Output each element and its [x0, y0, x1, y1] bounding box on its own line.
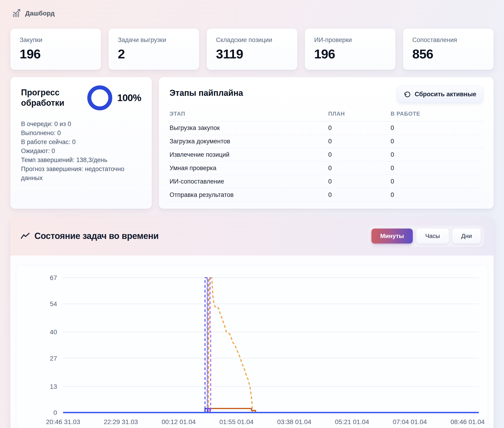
in-work-cell: 0: [391, 191, 483, 198]
rotate-ccw-icon: [404, 91, 411, 98]
reset-active-label: Сбросить активные: [415, 91, 476, 98]
progress-stat-line: В очереди: 0 из 0: [21, 120, 141, 129]
svg-text:40: 40: [50, 329, 57, 336]
stat-card: Задачи выгрузки 2: [109, 29, 199, 70]
svg-text:20:46 31.03: 20:46 31.03: [46, 418, 80, 426]
progress-stat-line: Выполнено: 0: [21, 129, 141, 138]
middle-row: Прогресс обработки 100% В очереди: 0 из …: [10, 77, 494, 209]
in-work-cell: 0: [391, 124, 483, 132]
tab-hours[interactable]: Часы: [416, 229, 449, 244]
stage-cell: Умная проверка: [169, 165, 328, 172]
column-header-stage: ЭТАП: [169, 111, 328, 117]
stats-row: Закупки 196 Задачи выгрузки 2 Складские …: [10, 29, 494, 70]
timeline-chart-svg: 0132740546720:46 31.0322:29 31.0300:12 0…: [18, 272, 486, 427]
progress-stats: В очереди: 0 из 0 Выполнено: 0 В работе …: [21, 120, 141, 183]
table-row: Выгрузка закупок 0 0: [169, 121, 483, 135]
svg-text:03:38 01.04: 03:38 01.04: [277, 418, 311, 426]
stat-card: ИИ-проверки 196: [305, 29, 395, 70]
stage-cell: Извлечение позиций: [169, 151, 328, 158]
stage-cell: Выгрузка закупок: [169, 124, 328, 132]
dashboard-chart-icon: [12, 8, 22, 18]
svg-text:08:46 01.04: 08:46 01.04: [450, 418, 485, 426]
pipeline-card: Этапы пайплайна Сбросить активные ЭТАП П…: [159, 77, 494, 209]
plan-cell: 0: [328, 151, 391, 158]
in-work-cell: 0: [391, 178, 483, 185]
stage-cell: Отправка результатов: [169, 191, 328, 198]
table-row: Извлечение позиций 0 0: [169, 148, 483, 162]
in-work-cell: 0: [391, 165, 483, 172]
plan-cell: 0: [328, 178, 391, 185]
page-title: Дашборд: [25, 10, 55, 17]
page-header: Дашборд: [10, 8, 494, 18]
progress-stat-line: В работе сейчас: 0: [21, 138, 141, 147]
stat-card-label: Задачи выгрузки: [118, 36, 190, 44]
svg-text:07:04 01.04: 07:04 01.04: [393, 418, 427, 426]
plan-cell: 0: [328, 124, 391, 132]
table-row: Загрузка документов 0 0: [169, 135, 483, 148]
svg-text:00:12 01.04: 00:12 01.04: [161, 418, 196, 426]
svg-text:05:21 01.04: 05:21 01.04: [335, 418, 369, 426]
pipeline-table-header: ЭТАП ПЛАН В РАБОТЕ: [169, 111, 483, 121]
table-row: Отправка результатов 0 0: [169, 188, 483, 202]
tab-days[interactable]: Дни: [453, 229, 481, 244]
svg-text:01:55 01.04: 01:55 01.04: [219, 418, 254, 426]
stat-card-value: 2: [118, 46, 190, 61]
stat-card-label: ИИ-проверки: [314, 36, 386, 44]
stage-cell: Загрузка документов: [169, 138, 328, 145]
svg-text:22:29 31.03: 22:29 31.03: [104, 418, 138, 426]
tab-minutes[interactable]: Минуты: [371, 229, 413, 244]
progress-stat-line: Ожидают: 0: [21, 147, 141, 156]
reset-active-button[interactable]: Сбросить активные: [397, 86, 483, 103]
trend-line-icon: [21, 232, 30, 240]
stat-card-value: 196: [20, 46, 92, 61]
timeline-card: Состояние задач во времени Минуты Часы Д…: [10, 217, 494, 428]
timeline-title: Состояние задач во времени: [34, 231, 159, 241]
column-header-in-work: В РАБОТЕ: [391, 111, 483, 117]
in-work-cell: 0: [391, 151, 483, 158]
stat-card-value: 196: [314, 46, 386, 61]
stat-card-label: Закупки: [20, 36, 92, 44]
svg-text:67: 67: [50, 274, 57, 281]
stage-cell: ИИ-сопоставление: [169, 178, 328, 185]
svg-text:13: 13: [50, 383, 57, 390]
plan-cell: 0: [328, 165, 391, 172]
plan-cell: 0: [328, 191, 391, 198]
svg-text:54: 54: [50, 300, 57, 307]
table-row: Умная проверка 0 0: [169, 162, 483, 175]
stat-card-value: 3119: [216, 46, 288, 61]
column-header-plan: ПЛАН: [328, 111, 391, 117]
progress-percent: 100%: [117, 92, 141, 103]
stat-card: Закупки 196: [10, 29, 101, 70]
chart-body: 0132740546720:46 31.0322:29 31.0300:12 0…: [10, 255, 494, 428]
stat-card: Складские позиции 3119: [207, 29, 297, 70]
svg-text:27: 27: [50, 355, 57, 362]
progress-stat-line: Темп завершений: 138,3/день: [21, 156, 141, 165]
plan-cell: 0: [328, 138, 391, 145]
stat-card-label: Сопоставления: [412, 36, 484, 44]
stat-card-label: Складские позиции: [216, 36, 288, 44]
stat-card: Сопоставления 856: [403, 29, 494, 70]
progress-title: Прогресс обработки: [21, 87, 86, 108]
in-work-cell: 0: [391, 138, 483, 145]
pipeline-title: Этапы пайплайна: [169, 88, 243, 98]
progress-stat-line: Прогноз завершения: недостаточно данных: [21, 165, 141, 183]
time-range-tabs: Минуты Часы Дни: [369, 226, 483, 246]
stat-card-value: 856: [412, 46, 484, 61]
progress-donut: [87, 85, 112, 110]
svg-text:0: 0: [53, 409, 57, 416]
timeline-plot: 0132740546720:46 31.0322:29 31.0300:12 0…: [16, 265, 488, 428]
table-row: ИИ-сопоставление 0 0: [169, 175, 483, 188]
progress-card: Прогресс обработки 100% В очереди: 0 из …: [10, 77, 152, 209]
pipeline-table: ЭТАП ПЛАН В РАБОТЕ Выгрузка закупок 0 0 …: [169, 111, 483, 202]
